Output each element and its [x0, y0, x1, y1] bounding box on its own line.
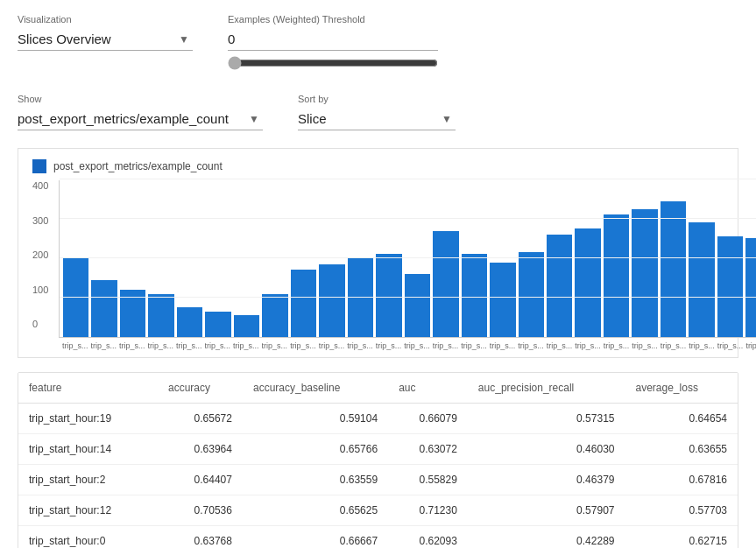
legend-label: post_export_metrics/example_count [53, 160, 223, 172]
table-row: trip_start_hour:140.639640.657660.630720… [18, 434, 738, 465]
table-header: featureaccuracyaccuracy_baselineaucauc_p… [18, 373, 738, 404]
table-cell: trip_start_hour:0 [18, 526, 158, 549]
bar[interactable] [490, 263, 515, 337]
x-label: trip_s... [262, 341, 288, 350]
bar[interactable] [234, 315, 259, 337]
visualization-label: Visualization [18, 14, 193, 25]
x-label: trip_s... [717, 341, 744, 350]
x-label: trip_s... [176, 341, 202, 350]
bar[interactable] [148, 294, 173, 337]
table-cell: 0.64654 [625, 404, 738, 434]
table-body: trip_start_hour:190.656720.591040.660790… [18, 404, 738, 549]
table-row: trip_start_hour:120.705360.656250.712300… [18, 495, 738, 526]
table-row: trip_start_hour:20.644070.635590.558290.… [18, 465, 738, 495]
bar[interactable] [376, 254, 401, 337]
controls-row-2: Show post_export_metrics/example_count ▼… [18, 94, 738, 130]
table-cell: 0.63559 [243, 465, 388, 495]
bar[interactable] [177, 307, 202, 337]
x-label: trip_s... [689, 341, 715, 350]
table-cell: 0.63768 [158, 526, 243, 549]
table-cell: 0.65672 [158, 404, 243, 434]
sortby-dropdown-container: Slice ▼ [298, 108, 456, 130]
table-cell: 0.59104 [243, 404, 388, 434]
bar[interactable] [519, 252, 544, 337]
show-label: Show [18, 94, 263, 104]
bar[interactable] [745, 238, 756, 337]
x-label: trip_s... [490, 341, 516, 350]
visualization-dropdown-container: Slices Overview ▼ [18, 28, 193, 51]
bar[interactable] [547, 235, 572, 337]
bar[interactable] [319, 264, 344, 337]
visualization-control: Visualization Slices Overview ▼ [18, 14, 193, 51]
sortby-control: Sort by Slice ▼ [298, 94, 456, 130]
table-cell: 0.46030 [468, 434, 625, 465]
threshold-slider[interactable] [228, 56, 438, 70]
bar[interactable] [291, 270, 316, 337]
bar[interactable] [63, 258, 88, 337]
bar[interactable] [462, 254, 487, 337]
x-label: trip_s... [119, 341, 145, 350]
bar[interactable] [205, 312, 230, 337]
bar[interactable] [433, 231, 458, 337]
threshold-label: Examples (Weighted) Threshold [228, 14, 438, 25]
x-label: trip_s... [404, 341, 430, 350]
table-header-cell: auc_precision_recall [468, 373, 625, 404]
table-header-cell: accuracy_baseline [243, 373, 388, 404]
table-cell: 0.66667 [243, 526, 388, 549]
table-header-cell: accuracy [158, 373, 243, 404]
x-label: trip_s... [347, 341, 373, 350]
chart-wrapper: 0100200300400 trip_s...trip_s...trip_s..… [32, 180, 724, 350]
table-cell: 0.63655 [625, 434, 738, 465]
x-label: trip_s... [518, 341, 544, 350]
x-label: trip_s... [205, 341, 231, 350]
x-label: trip_s... [376, 341, 402, 350]
table-cell: 0.71230 [388, 495, 468, 526]
bar[interactable] [689, 222, 714, 337]
table-header-cell: feature [18, 373, 158, 404]
table-row: trip_start_hour:190.656720.591040.660790… [18, 404, 738, 434]
show-dropdown-container: post_export_metrics/example_count ▼ [18, 108, 263, 130]
x-label: trip_s... [461, 341, 487, 350]
controls-row-1: Visualization Slices Overview ▼ Examples… [18, 14, 738, 73]
table-cell: trip_start_hour:14 [18, 434, 158, 465]
show-select[interactable]: post_export_metrics/example_count [18, 108, 263, 130]
bar[interactable] [717, 236, 743, 337]
x-label: trip_s... [91, 341, 117, 350]
bar[interactable] [575, 228, 600, 337]
x-label: trip_s... [233, 341, 259, 350]
bar[interactable] [632, 209, 657, 337]
table-header-cell: auc [388, 373, 468, 404]
chart-area: post_export_metrics/example_count 010020… [18, 148, 738, 358]
table-container: featureaccuracyaccuracy_baselineaucauc_p… [18, 372, 738, 548]
slider-container [228, 56, 438, 73]
table-cell: trip_start_hour:12 [18, 495, 158, 526]
visualization-select[interactable]: Slices Overview [18, 28, 193, 51]
bar[interactable] [604, 214, 629, 337]
table-cell: 0.64407 [158, 465, 243, 495]
threshold-input[interactable] [228, 28, 438, 51]
y-axis-label: 100 [32, 285, 52, 295]
table-cell: 0.55829 [388, 465, 468, 495]
x-label: trip_s... [148, 341, 174, 350]
table-row: trip_start_hour:00.637680.666670.620930.… [18, 526, 738, 549]
bar[interactable] [91, 280, 117, 337]
x-label: trip_s... [604, 341, 630, 350]
bar[interactable] [120, 290, 145, 337]
sortby-select[interactable]: Slice [298, 108, 456, 130]
table-cell: trip_start_hour:19 [18, 404, 158, 434]
table-cell: 0.63072 [388, 434, 468, 465]
y-axis-label: 300 [32, 215, 52, 226]
bar[interactable] [405, 274, 430, 337]
data-table: featureaccuracyaccuracy_baselineaucauc_p… [18, 373, 738, 548]
sortby-label: Sort by [298, 94, 456, 104]
bar[interactable] [661, 201, 686, 337]
x-labels: trip_s...trip_s...trip_s...trip_s...trip… [59, 338, 756, 350]
table-cell: 0.65625 [243, 495, 388, 526]
table-header-row: featureaccuracyaccuracy_baselineaucauc_p… [18, 373, 738, 404]
chart-inner: trip_s...trip_s...trip_s...trip_s...trip… [59, 180, 756, 350]
bar[interactable] [262, 294, 287, 337]
x-label: trip_s... [62, 341, 88, 350]
bar[interactable] [348, 258, 373, 337]
x-label: trip_s... [290, 341, 316, 350]
table-cell: 0.57315 [468, 404, 625, 434]
